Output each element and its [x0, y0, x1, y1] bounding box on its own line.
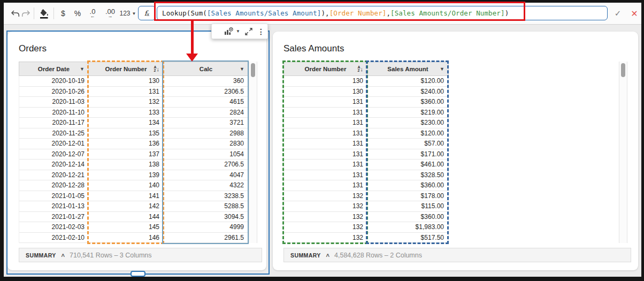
- table-cell: 133: [89, 108, 164, 118]
- orders-panel[interactable]: Orders Order Date▼Order NumberA2↓Calc▼ 2…: [7, 32, 266, 270]
- orders-table-scrollbar[interactable]: [249, 62, 257, 243]
- orders-table-header: Order Date▼Order NumberA2↓Calc▼: [19, 62, 249, 76]
- table-row: 131$171.00: [284, 149, 448, 160]
- table-cell: 2021-01-13: [19, 201, 89, 211]
- percent-format-button[interactable]: %: [70, 3, 85, 24]
- table-cell: 132: [284, 222, 367, 232]
- column-header-sales-amount[interactable]: Sales Amount▼: [367, 62, 448, 75]
- undo-icon[interactable]: [10, 3, 20, 24]
- table-cell: 2020-11-10: [19, 108, 89, 118]
- table-cell: $120.00: [367, 76, 448, 86]
- table-cell: 131: [284, 97, 367, 107]
- table-cell: 2020-12-07: [19, 149, 89, 160]
- table-row: 2021-02-031454999: [19, 222, 248, 233]
- table-cell: $360.00: [367, 97, 448, 107]
- row-column-count: 4,584,628 Rows – 2 Columns: [334, 252, 422, 259]
- table-cell: $57.00: [367, 139, 448, 149]
- table-cell: 2020-10-19: [19, 76, 89, 86]
- scrollbar-thumb[interactable]: [621, 63, 625, 77]
- scrollbar-thumb[interactable]: [251, 63, 255, 77]
- collapse-summary-icon[interactable]: ∧: [60, 252, 66, 258]
- table-cell: 3721: [164, 118, 248, 128]
- table-row: 132$360.00: [284, 212, 448, 223]
- table-cell: 130: [284, 76, 367, 86]
- sort-ascending-icon[interactable]: A2↓: [357, 65, 363, 72]
- insert-chart-icon[interactable]: [224, 27, 233, 35]
- formula-input[interactable]: Lookup(Sum([Sales Amounts/Sales Amount])…: [157, 6, 608, 20]
- table-cell: 4322: [164, 180, 248, 191]
- table-row: 132$178.00: [284, 191, 448, 202]
- column-header-order-number[interactable]: Order NumberA2↓: [89, 62, 164, 75]
- table-row: 131$230.00: [284, 118, 448, 128]
- toolbar-divider: [53, 7, 54, 19]
- table-cell: 131: [284, 118, 367, 128]
- table-cell: 141: [89, 191, 164, 201]
- fill-color-icon[interactable]: [37, 3, 51, 24]
- column-menu-icon[interactable]: ▼: [80, 66, 85, 72]
- table-cell: $461.00: [367, 160, 448, 170]
- table-cell: 2020-11-25: [19, 128, 89, 139]
- column-header-order-date[interactable]: Order Date▼: [19, 62, 89, 75]
- maximize-icon[interactable]: [245, 28, 252, 35]
- cancel-formula-icon[interactable]: ✕: [628, 3, 640, 24]
- column-header-calc[interactable]: Calc▼: [164, 62, 248, 75]
- table-cell: 137: [89, 149, 164, 160]
- table-cell: 135: [89, 128, 164, 139]
- table-cell: 2020-12-01: [19, 139, 89, 149]
- table-cell: 3238.5: [164, 191, 248, 201]
- table-row: 2021-01-131425288.5: [19, 201, 248, 212]
- table-cell: 131: [284, 180, 367, 191]
- table-cell: 1054: [164, 149, 248, 160]
- summary-label: SUMMARY: [26, 252, 56, 259]
- table-row: 2020-11-171343721: [19, 118, 248, 128]
- sales-summary-bar: SUMMARY ∧ 4,584,628 Rows – 2 Columns: [283, 248, 631, 262]
- table-cell: $517.50: [367, 233, 448, 243]
- table-row: 131$328.50: [284, 170, 448, 181]
- decrease-decimal-button[interactable]: .0←: [85, 3, 100, 24]
- collapse-summary-icon[interactable]: ∧: [325, 252, 331, 258]
- table-cell: 2021-01-05: [19, 191, 89, 201]
- more-options-icon[interactable]: ⋮: [257, 27, 265, 36]
- table-cell: 131: [284, 170, 367, 180]
- column-menu-icon[interactable]: ▼: [240, 66, 244, 72]
- column-header-order-number[interactable]: Order NumberA2↓: [284, 62, 367, 75]
- table-cell: 2824: [164, 108, 248, 118]
- table-row: 2021-01-051413238.5: [19, 191, 248, 202]
- table-row: 131$360.00: [284, 180, 448, 191]
- table-row: 2020-12-281404322: [19, 180, 248, 191]
- table-row: 131$120.00: [284, 128, 448, 139]
- orders-table-body: 2020-10-191303602020-10-261312306.52020-…: [19, 76, 249, 243]
- table-cell: 131: [284, 160, 367, 170]
- table-row: 2020-11-031324615: [19, 97, 248, 108]
- number-format-dropdown[interactable]: 123▼: [118, 3, 137, 24]
- table-row: 130$240.00: [284, 87, 448, 97]
- table-cell: 138: [89, 160, 164, 170]
- table-cell: $120.00: [367, 128, 448, 139]
- column-menu-icon[interactable]: ▼: [440, 66, 444, 72]
- table-cell: 131: [89, 87, 164, 97]
- table-row: 131$360.00: [284, 97, 448, 108]
- table-row: 2020-11-251352988: [19, 128, 248, 139]
- table-cell: 2020-10-26: [19, 87, 89, 97]
- table-row: 2020-11-101332824: [19, 108, 248, 118]
- table-cell: 146: [89, 233, 164, 243]
- sales-table-header: Order NumberA2↓Sales Amount▼: [283, 62, 449, 76]
- table-cell: 2306.5: [164, 87, 248, 97]
- sort-ascending-icon[interactable]: A2↓: [154, 65, 159, 72]
- table-cell: 360: [164, 76, 248, 86]
- confirm-formula-icon[interactable]: ✓: [612, 3, 624, 24]
- table-row: 2020-10-261312306.5: [19, 87, 248, 97]
- table-cell: 2020-11-03: [19, 97, 89, 107]
- fx-button[interactable]: fx: [138, 6, 156, 20]
- table-cell: 4047: [164, 170, 248, 180]
- app-window: $ % .0← .00→ 123▼ fx Lookup(Sum([Sales A…: [4, 3, 641, 277]
- page-title: Sales Amounts: [283, 43, 344, 54]
- table-cell: 3094.5: [164, 212, 248, 222]
- sales-table-scrollbar[interactable]: [619, 62, 627, 243]
- chart-type-caret-icon[interactable]: ▼: [236, 29, 240, 34]
- selection-resize-handle[interactable]: [131, 271, 145, 277]
- currency-format-button[interactable]: $: [57, 3, 70, 24]
- increase-decimal-button[interactable]: .00→: [102, 3, 119, 24]
- sales-amounts-panel[interactable]: Sales Amounts Order NumberA2↓Sales Amoun…: [273, 32, 638, 270]
- redo-icon[interactable]: [20, 3, 31, 24]
